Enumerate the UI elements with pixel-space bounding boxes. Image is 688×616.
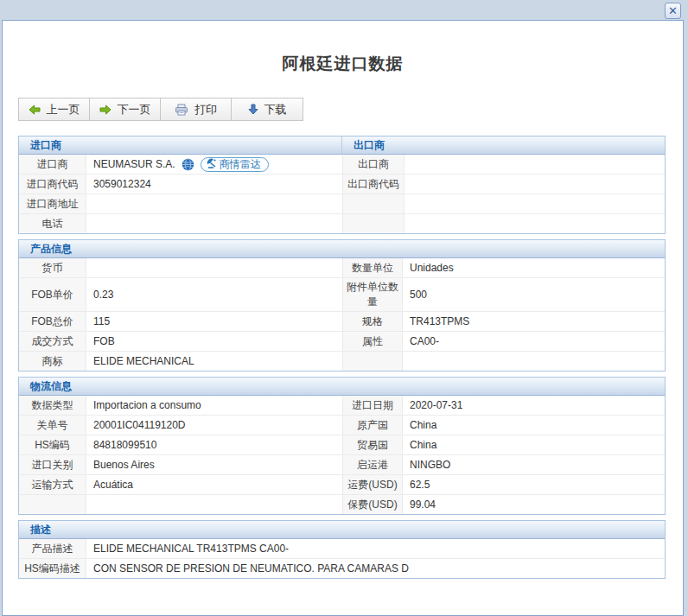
field-value: Importacion a consumo — [86, 396, 342, 415]
field-value-text: 0.23 — [93, 289, 113, 301]
table-row: 进口商代码3059012324出口商代码 — [19, 174, 665, 194]
field-value-text: 3059012324 — [93, 178, 151, 190]
table-row: 产品描述ELIDE MECHANICAL TR413TPMS CA00- — [19, 539, 665, 558]
field-label-text: FOB总价 — [31, 314, 73, 329]
field-value: 84818099510 — [86, 435, 342, 454]
field-label: 附件单位数量 — [342, 278, 403, 311]
table-row: FOB总价115规格TR413TPMS — [19, 311, 665, 331]
field-value-text: NEUMASUR S.A. — [93, 158, 175, 170]
field-value-text: China — [410, 439, 436, 451]
arrow-down-icon — [248, 104, 258, 115]
section-description: 描述产品描述ELIDE MECHANICAL TR413TPMS CA00-HS… — [18, 520, 666, 579]
field-label: 运输方式 — [19, 475, 86, 494]
field-value: CA00- — [403, 332, 665, 351]
field-label-text: HS编码描述 — [24, 562, 80, 576]
field-label-text: 数据类型 — [32, 398, 73, 413]
globe-icon[interactable] — [182, 158, 194, 171]
field-label: FOB总价 — [19, 312, 86, 331]
field-value: 99.04 — [403, 495, 665, 514]
table-row: FOB单价0.23附件单位数量500 — [19, 277, 665, 311]
table-row: HS编码描述CON SENSOR DE PRESION DE NEUMATICO… — [19, 558, 665, 578]
table-row: 数据类型Importacion a consumo进口日期2020-07-31 — [19, 396, 665, 415]
page-title: 阿根廷进口数据 — [3, 53, 683, 75]
field-label: 产品描述 — [19, 539, 86, 558]
field-label: 数量单位 — [342, 258, 403, 277]
field-value: ELIDE MECHANICAL TR413TPMS CA00- — [86, 539, 665, 558]
field-value: 0.23 — [86, 278, 342, 311]
section-header-title: 描述 — [19, 521, 665, 539]
download-label: 下载 — [264, 102, 287, 117]
radar-button[interactable]: 商情雷达 — [201, 157, 269, 172]
section-header-bar: 物流信息 — [19, 378, 665, 396]
table-row: 商标ELIDE MECHANICAL — [19, 351, 665, 371]
field-value-text: Unidades — [410, 262, 454, 274]
table-row: 进口商地址 — [19, 194, 665, 213]
field-label: 商标 — [19, 352, 86, 371]
field-value — [405, 214, 665, 233]
table-row: 关单号20001IC04119120D原产国China — [19, 415, 665, 435]
table-row: 电话 — [19, 213, 665, 233]
field-label — [342, 214, 405, 233]
next-page-label: 下一页 — [118, 102, 151, 117]
radar-icon — [206, 158, 217, 171]
field-value-text: CA00- — [410, 335, 439, 347]
field-label: 进口商代码 — [19, 175, 86, 194]
section-header-title: 物流信息 — [19, 378, 665, 396]
field-label: HS编码描述 — [19, 559, 86, 578]
field-label-text: 属性 — [362, 334, 383, 349]
field-value — [405, 194, 665, 213]
field-label: 原产国 — [342, 416, 403, 435]
field-value: 3059012324 — [86, 175, 342, 194]
field-value-text: 2020-07-31 — [410, 399, 462, 411]
table-row: 成交方式FOB属性CA00- — [19, 331, 665, 351]
section-product: 产品信息货币数量单位UnidadesFOB单价0.23附件单位数量500FOB总… — [18, 239, 666, 372]
field-label-text: 商标 — [42, 354, 63, 369]
field-label — [342, 352, 403, 371]
field-value: NINGBO — [403, 455, 665, 474]
dialog-panel: 阿根廷进口数据 上一页 下一页 打印 — [2, 20, 684, 616]
field-label: 成交方式 — [19, 332, 86, 351]
download-button[interactable]: 下载 — [232, 98, 303, 120]
field-value: 62.5 — [403, 475, 665, 494]
field-label-text: 电话 — [42, 217, 63, 232]
prev-page-label: 上一页 — [47, 102, 80, 117]
field-label-text: 进口商代码 — [27, 177, 79, 192]
field-value: FOB — [86, 332, 342, 351]
field-value-text: 500 — [410, 289, 427, 301]
field-value — [86, 194, 342, 213]
table-row: 进口商NEUMASUR S.A. 商情雷达 出口商 — [19, 155, 665, 174]
field-value: Acuática — [86, 475, 342, 494]
field-value — [86, 214, 342, 233]
print-button[interactable]: 打印 — [161, 98, 232, 120]
field-label: 数据类型 — [19, 396, 86, 415]
prev-page-button[interactable]: 上一页 — [19, 98, 90, 120]
field-label: 属性 — [342, 332, 403, 351]
field-label: 运费(USD) — [342, 475, 403, 494]
close-icon[interactable]: ✕ — [665, 3, 681, 19]
field-value: CON SENSOR DE PRESION DE NEUMATICO. PARA… — [86, 559, 665, 578]
field-value: China — [403, 416, 665, 435]
field-label-text: 运输方式 — [32, 478, 73, 492]
section-logistics: 物流信息数据类型Importacion a consumo进口日期2020-07… — [18, 377, 666, 515]
table-row: 运输方式Acuática运费(USD)62.5 — [19, 474, 665, 494]
field-label: 保费(USD) — [342, 495, 403, 514]
field-value-text: 84818099510 — [93, 439, 156, 451]
field-label — [19, 495, 86, 514]
table-row: 进口关别Buenos Aires启运港NINGBO — [19, 454, 665, 474]
next-page-button[interactable]: 下一页 — [90, 98, 161, 120]
field-value — [86, 495, 342, 514]
print-label: 打印 — [194, 102, 217, 117]
table-row: HS编码84818099510贸易国China — [19, 435, 665, 454]
field-value: 20001IC04119120D — [86, 416, 342, 435]
field-label: 进口日期 — [342, 396, 403, 415]
sections: 进口商出口商进口商NEUMASUR S.A. 商情雷达 出口商进口商代码3059… — [18, 136, 666, 579]
radar-button-label: 商情雷达 — [220, 157, 261, 172]
field-label-text: 贸易国 — [357, 438, 388, 453]
field-value-text: ELIDE MECHANICAL TR413TPMS CA00- — [93, 543, 289, 555]
field-label-text: 出口商代码 — [347, 177, 399, 192]
field-value: 2020-07-31 — [403, 396, 665, 415]
field-value — [405, 175, 665, 194]
arrow-left-icon — [29, 105, 41, 115]
field-value-text: Acuática — [93, 479, 133, 491]
field-label: 启运港 — [342, 455, 403, 474]
